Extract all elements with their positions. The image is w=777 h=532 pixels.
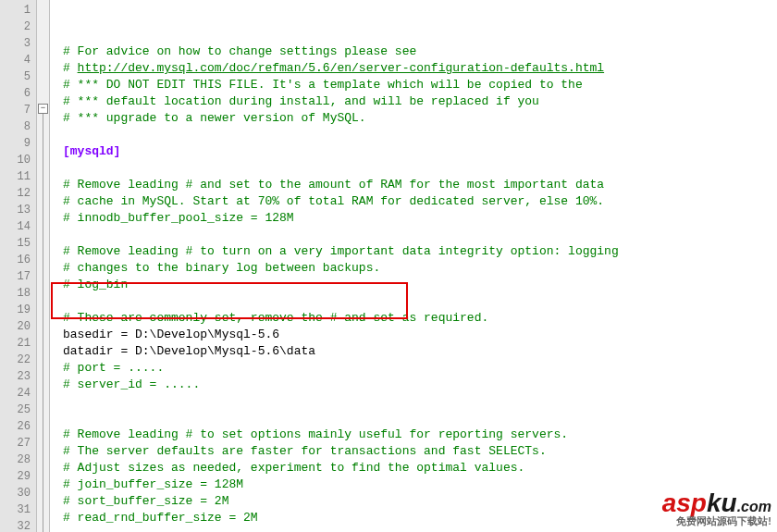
line-number-gutter: 1234567891011121314151617181920212223242… (0, 0, 37, 532)
code-token: # *** DO NOT EDIT THIS FILE. It's a temp… (63, 78, 583, 92)
code-token: # These are commonly set, remove the # a… (63, 311, 488, 325)
code-line[interactable] (56, 227, 777, 243)
code-line[interactable]: [mysqld] (56, 143, 777, 160)
line-number: 26 (0, 418, 36, 435)
code-line[interactable]: # port = ..... (56, 360, 777, 377)
line-number: 4 (0, 52, 36, 68)
line-number: 21 (0, 335, 36, 352)
line-number: 29 (0, 468, 36, 485)
code-token: # join_buffer_size = 128M (63, 477, 243, 491)
line-number: 31 (0, 501, 36, 518)
line-number: 25 (0, 402, 36, 418)
line-number: 17 (0, 268, 36, 285)
code-token: datadir = D:\Develop\Mysql-5.6\data (63, 344, 315, 358)
code-line[interactable]: # join_buffer_size = 128M (56, 476, 777, 493)
code-area[interactable]: # For advice on how to change settings p… (50, 0, 777, 532)
code-token: basedir = D:\Develop\Mysql-5.6 (63, 328, 279, 341)
code-line[interactable]: # Remove leading # and set to the amount… (56, 177, 777, 193)
code-token: # changes to the binary log between back… (63, 261, 380, 275)
code-token: # Remove leading # to turn on a very imp… (63, 244, 619, 258)
code-token: # Adjust sizes as needed, experiment to … (63, 461, 524, 475)
code-line[interactable] (56, 127, 777, 143)
code-line[interactable]: # innodb_buffer_pool_size = 128M (56, 210, 777, 227)
code-line[interactable]: datadir = D:\Develop\Mysql-5.6\data (56, 343, 777, 360)
code-token: [mysqld] (63, 144, 120, 158)
code-token: # (63, 61, 78, 75)
code-line[interactable]: # *** upgrade to a newer version of MySQ… (56, 110, 777, 127)
code-line[interactable]: # For advice on how to change settings p… (56, 43, 777, 60)
code-token: # innodb_buffer_pool_size = 128M (63, 211, 294, 225)
code-token: # *** upgrade to a newer version of MySQ… (63, 111, 366, 125)
line-number: 3 (0, 35, 36, 52)
code-line[interactable] (56, 410, 777, 427)
line-number: 13 (0, 202, 36, 218)
line-number: 5 (0, 68, 36, 85)
line-number: 18 (0, 285, 36, 302)
line-number: 11 (0, 168, 36, 185)
code-line[interactable]: # *** default location during install, a… (56, 93, 777, 110)
code-editor[interactable]: 1234567891011121314151617181920212223242… (0, 0, 777, 532)
code-line[interactable]: # Remove leading # to set options mainly… (56, 427, 777, 443)
code-token: # port = ..... (63, 361, 164, 375)
code-token: # log_bin (63, 278, 128, 291)
code-line[interactable]: # sort_buffer_size = 2M (56, 493, 777, 510)
code-token: # Remove leading # to set options mainly… (63, 427, 568, 441)
line-number: 32 (0, 518, 36, 532)
fold-toggle-icon[interactable]: − (38, 104, 48, 114)
line-number: 22 (0, 352, 36, 368)
line-number: 9 (0, 135, 36, 152)
code-token: # sort_buffer_size = 2M (63, 494, 228, 508)
code-line[interactable]: # log_bin (56, 277, 777, 293)
fold-guide (43, 114, 43, 532)
line-number: 12 (0, 185, 36, 202)
code-line[interactable]: # Adjust sizes as needed, experiment to … (56, 460, 777, 476)
code-line[interactable]: # Remove leading # to turn on a very imp… (56, 243, 777, 260)
code-line[interactable]: # http://dev.mysql.com/doc/refman/5.6/en… (56, 60, 777, 77)
code-token: # cache in MySQL. Start at 70% of total … (63, 194, 604, 208)
line-number: 19 (0, 302, 36, 318)
line-number: 8 (0, 118, 36, 135)
line-number: 30 (0, 485, 36, 501)
code-line[interactable] (56, 393, 777, 410)
code-line[interactable]: # server_id = ..... (56, 377, 777, 393)
code-line[interactable]: # changes to the binary log between back… (56, 260, 777, 277)
code-token: # For advice on how to change settings p… (63, 44, 416, 58)
code-line[interactable]: # cache in MySQL. Start at 70% of total … (56, 193, 777, 210)
code-line[interactable]: # read_rnd_buffer_size = 2M (56, 510, 777, 526)
code-token: # *** default location during install, a… (63, 94, 539, 108)
line-number: 28 (0, 452, 36, 468)
code-token: # Remove leading # and set to the amount… (63, 178, 604, 192)
line-number: 24 (0, 385, 36, 402)
line-number: 14 (0, 218, 36, 235)
line-number: 2 (0, 19, 36, 35)
fold-gutter[interactable]: − (37, 0, 50, 532)
code-line[interactable]: # *** DO NOT EDIT THIS FILE. It's a temp… (56, 77, 777, 93)
code-line[interactable]: basedir = D:\Develop\Mysql-5.6 (56, 327, 777, 343)
line-number: 7 (0, 102, 36, 118)
code-token: # The server defaults are faster for tra… (63, 444, 547, 458)
line-number: 23 (0, 368, 36, 385)
line-number: 16 (0, 252, 36, 268)
code-line[interactable]: # The server defaults are faster for tra… (56, 443, 777, 460)
line-number: 10 (0, 152, 36, 168)
code-line[interactable]: # These are commonly set, remove the # a… (56, 310, 777, 327)
code-line[interactable] (56, 293, 777, 310)
code-token: # server_id = ..... (63, 377, 200, 391)
line-number: 1 (0, 2, 36, 19)
code-token: # read_rnd_buffer_size = 2M (63, 511, 258, 525)
line-number: 27 (0, 435, 36, 452)
line-number: 15 (0, 235, 36, 252)
code-token-link: http://dev.mysql.com/doc/refman/5.6/en/s… (78, 61, 605, 75)
line-number: 6 (0, 85, 36, 102)
code-line[interactable] (56, 160, 777, 177)
line-number: 20 (0, 318, 36, 335)
code-line[interactable] (56, 526, 777, 532)
